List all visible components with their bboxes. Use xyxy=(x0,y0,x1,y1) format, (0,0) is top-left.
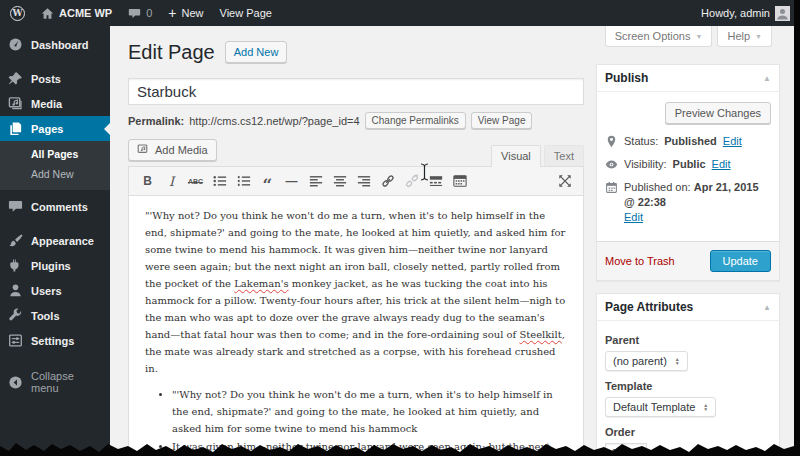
sidebar-item-label: Users xyxy=(31,285,62,297)
parent-label: Parent xyxy=(605,334,771,346)
screen-options-button[interactable]: Screen Options ▼ xyxy=(605,26,713,47)
wysiwyg-editor: B I ABC “ — xyxy=(128,166,584,456)
remove-link-button[interactable] xyxy=(400,171,423,192)
dashboard-icon xyxy=(8,37,23,52)
visual-tab[interactable]: Visual xyxy=(491,145,541,167)
change-permalinks-button[interactable]: Change Permalinks xyxy=(365,112,466,129)
publish-panel: Publish ▲ Preview Changes Status: Publis… xyxy=(596,64,780,281)
sidebar-item-media[interactable]: Media xyxy=(0,91,110,116)
ordered-list-button[interactable] xyxy=(232,171,255,192)
panel-toggle-icon[interactable]: ▲ xyxy=(763,74,771,83)
toolbar-toggle-button[interactable] xyxy=(448,171,471,192)
view-page-button[interactable]: View Page xyxy=(471,112,533,129)
move-to-trash-link[interactable]: Move to Trash xyxy=(605,255,675,267)
sidebar-item-label: Dashboard xyxy=(31,39,88,51)
plugin-icon xyxy=(8,258,23,273)
template-select[interactable]: Default Template ▲▼ xyxy=(605,397,716,417)
view-page-link[interactable]: View Page xyxy=(220,7,272,19)
my-account-menu[interactable]: Howdy, admin xyxy=(701,6,790,21)
chevron-down-icon: ▼ xyxy=(755,33,762,40)
wrench-icon xyxy=(8,308,23,323)
page-attributes-title: Page Attributes xyxy=(605,300,693,314)
status-label: Status: xyxy=(624,134,658,149)
edit-status-link[interactable]: Edit xyxy=(723,134,742,149)
template-label: Template xyxy=(605,380,771,392)
edit-visibility-link[interactable]: Edit xyxy=(712,157,731,172)
text-tab[interactable]: Text xyxy=(544,145,584,167)
sidebar-item-label: Settings xyxy=(31,335,74,347)
visibility-value: Public xyxy=(673,157,706,172)
page-attributes-header[interactable]: Page Attributes ▲ xyxy=(597,294,779,321)
pushpin-icon xyxy=(8,71,23,86)
user-icon xyxy=(8,283,23,298)
status-value: Published xyxy=(664,134,717,149)
page-title: Edit Page xyxy=(128,41,215,64)
add-new-button[interactable]: Add New xyxy=(225,41,288,63)
help-button[interactable]: Help ▼ xyxy=(717,26,772,47)
comments-bubble[interactable]: 0 xyxy=(128,7,152,20)
sidebar-item-label: Tools xyxy=(31,310,60,322)
visibility-label: Visibility: xyxy=(624,157,667,172)
align-left-button[interactable] xyxy=(304,171,327,192)
italic-button[interactable]: I xyxy=(160,171,183,192)
admin-sidebar: Dashboard Posts Media Pages All Pages Ad… xyxy=(0,26,110,456)
align-center-button[interactable] xyxy=(328,171,351,192)
collapse-menu-button[interactable]: Collapse menu xyxy=(0,365,110,399)
sidebar-item-settings[interactable]: Settings xyxy=(0,328,110,353)
wordpress-logo-menu[interactable]: W xyxy=(10,6,25,21)
distraction-free-button[interactable] xyxy=(553,171,576,192)
post-title-input[interactable] xyxy=(128,78,584,105)
panel-toggle-icon[interactable]: ▲ xyxy=(763,303,771,312)
post-status-pin-icon xyxy=(605,135,618,148)
settings-column: Publish ▲ Preview Changes Status: Publis… xyxy=(596,64,780,456)
sidebar-item-posts[interactable]: Posts xyxy=(0,66,110,91)
add-media-button[interactable]: Add Media xyxy=(128,139,217,161)
new-content-menu[interactable]: + New xyxy=(168,5,203,21)
home-icon xyxy=(41,7,54,20)
permalink-url: http://cms.cs12.net/wp/?page_id=4 xyxy=(189,115,359,127)
site-name-label: ACME WP xyxy=(59,7,112,19)
comments-count: 0 xyxy=(146,7,152,19)
align-right-button[interactable] xyxy=(352,171,375,192)
new-label: New xyxy=(181,7,203,19)
more-tag-button[interactable] xyxy=(424,171,447,192)
bold-button[interactable]: B xyxy=(136,171,159,192)
sidebar-item-dashboard[interactable]: Dashboard xyxy=(0,32,110,57)
publish-panel-header[interactable]: Publish ▲ xyxy=(597,65,779,92)
preview-changes-button[interactable]: Preview Changes xyxy=(665,102,771,124)
sidebar-item-tools[interactable]: Tools xyxy=(0,303,110,328)
misspelled-word: Steelkilt xyxy=(519,329,561,340)
sidebar-item-users[interactable]: Users xyxy=(0,278,110,303)
bullet-list-button[interactable] xyxy=(208,171,231,192)
sidebar-item-comments[interactable]: Comments xyxy=(0,194,110,219)
strikethrough-button[interactable]: ABC xyxy=(184,171,207,192)
sidebar-item-label: Appearance xyxy=(31,235,94,247)
torn-edge-right xyxy=(794,0,800,456)
menu-separator xyxy=(0,57,110,66)
parent-select-value: (no parent) xyxy=(613,355,667,367)
horizontal-rule-button[interactable]: — xyxy=(280,171,303,192)
calendar-icon xyxy=(605,181,618,194)
howdy-label: Howdy, admin xyxy=(701,7,770,19)
sidebar-item-plugins[interactable]: Plugins xyxy=(0,253,110,278)
avatar xyxy=(775,6,790,21)
sidebar-item-label: Comments xyxy=(31,201,88,213)
insert-link-button[interactable] xyxy=(376,171,399,192)
page-attributes-panel: Page Attributes ▲ Parent (no parent) ▲▼ … xyxy=(596,293,780,456)
publish-panel-title: Publish xyxy=(605,71,648,85)
sidebar-item-label: Media xyxy=(31,98,62,110)
comments-icon xyxy=(8,199,23,214)
submenu-item-add-new[interactable]: Add New xyxy=(0,164,110,184)
media-icon xyxy=(8,96,23,111)
update-button[interactable]: Update xyxy=(710,250,771,272)
sidebar-item-pages[interactable]: Pages xyxy=(0,116,110,141)
editor-tabs: Visual Text xyxy=(491,145,584,167)
submenu-item-all-pages[interactable]: All Pages xyxy=(0,144,110,164)
blockquote-button[interactable]: “ xyxy=(256,171,279,192)
parent-select[interactable]: (no parent) ▲▼ xyxy=(605,351,688,371)
edit-published-link[interactable]: Edit xyxy=(624,211,643,223)
editor-column: Edit Page Add New Permalink: http://cms.… xyxy=(128,36,584,456)
editor-canvas[interactable]: "'Why not? Do you think he won't do me a… xyxy=(129,196,583,456)
sidebar-item-appearance[interactable]: Appearance xyxy=(0,228,110,253)
site-name-link[interactable]: ACME WP xyxy=(41,7,112,20)
